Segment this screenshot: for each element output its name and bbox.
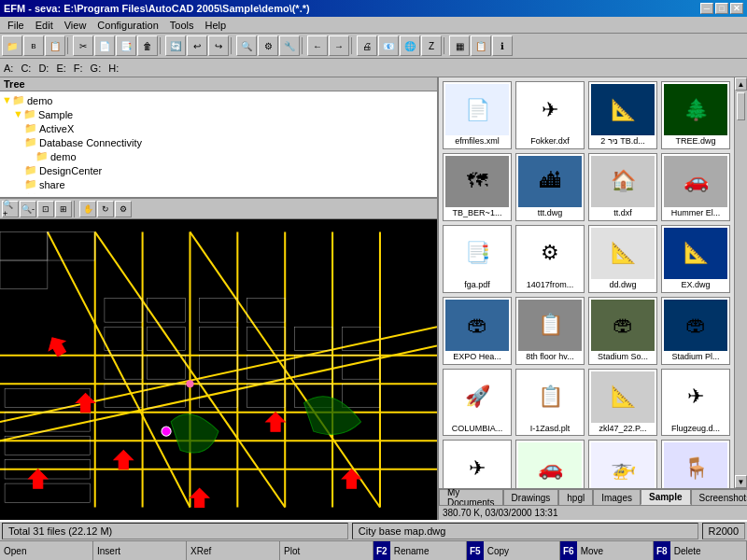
tree-item-sheetsets[interactable]: 📁 Sheet Sets bbox=[24, 191, 435, 194]
thumbnail-item-0[interactable]: 📄efmfiles.xml bbox=[443, 81, 512, 149]
fkey-label-insert[interactable]: Insert bbox=[93, 546, 124, 556]
scrollbar-right[interactable]: ▲ ▼ bbox=[734, 77, 747, 488]
fkey-label-plot[interactable]: Plot bbox=[280, 546, 303, 556]
thumbnail-preview-13: 📋 bbox=[518, 300, 582, 351]
drive-f[interactable]: F: bbox=[74, 63, 83, 74]
toolbar-btn-14[interactable]: ← bbox=[307, 35, 328, 56]
toolbar-btn-16[interactable]: 🖨 bbox=[357, 35, 377, 56]
thumbnail-grid[interactable]: 📄efmfiles.xml✈Fokker.dxf📐2 ניר TB.d...🌲T… bbox=[439, 77, 734, 488]
map-rotate[interactable]: ↻ bbox=[97, 201, 114, 217]
thumbnail-item-3[interactable]: 🌲TREE.dwg bbox=[661, 81, 730, 149]
fkey-label-xref[interactable]: XRef bbox=[187, 546, 215, 556]
toolbar-btn-10[interactable]: ↪ bbox=[208, 35, 229, 56]
drive-g[interactable]: G: bbox=[91, 63, 102, 74]
toolbar-btn-18[interactable]: 🌐 bbox=[400, 35, 420, 56]
tab-hpgl[interactable]: hpgl bbox=[558, 489, 593, 505]
thumbnail-item-5[interactable]: 🏙ttt.dwg bbox=[515, 153, 585, 221]
fkey-label-copy[interactable]: Copy bbox=[484, 546, 513, 556]
thumbnail-item-2[interactable]: 📐2 ניר TB.d... bbox=[588, 81, 657, 149]
toolbar-btn-7[interactable]: 🗑 bbox=[137, 35, 158, 56]
thumbnail-item-18[interactable]: 📐zkl47_22.P... bbox=[588, 369, 657, 437]
tree-item-activex[interactable]: 📁 ActiveX bbox=[24, 121, 435, 135]
fkey-label-delete[interactable]: Delete bbox=[670, 546, 705, 556]
thumbnail-item-15[interactable]: 🏟Stadium Pl... bbox=[661, 297, 730, 365]
fkey-label-open[interactable]: Open bbox=[0, 546, 30, 556]
tree-item-designcenter[interactable]: 📁 DesignCenter bbox=[24, 163, 435, 177]
thumbnail-item-8[interactable]: 📑fga.pdf bbox=[443, 225, 512, 293]
thumbnail-item-4[interactable]: 🗺TB_BER~1... bbox=[443, 153, 512, 221]
menu-view[interactable]: View bbox=[59, 19, 92, 32]
toolbar-btn-8[interactable]: 🔄 bbox=[165, 35, 186, 56]
toolbar-btn-1[interactable]: 📁 bbox=[2, 35, 22, 56]
toolbar-btn-20[interactable]: ▦ bbox=[449, 35, 470, 56]
toolbar-btn-2[interactable]: B bbox=[23, 35, 44, 56]
map-zoom-out[interactable]: 🔍- bbox=[20, 201, 36, 217]
map-zoom-in[interactable]: 🔍+ bbox=[2, 201, 19, 217]
tab-drawings[interactable]: Drawings bbox=[503, 489, 559, 505]
tree-item-demo-sub[interactable]: 📁 demo bbox=[35, 149, 435, 163]
scroll-thumb[interactable] bbox=[737, 92, 745, 120]
drive-d[interactable]: D: bbox=[38, 63, 49, 74]
thumbnail-item-23[interactable]: 🪑sitzgruppe.... bbox=[661, 440, 730, 488]
toolbar-btn-21[interactable]: 📋 bbox=[471, 35, 491, 56]
thumbnail-item-6[interactable]: 🏠tt.dxf bbox=[588, 153, 657, 221]
thumbnail-item-7[interactable]: 🚗Hummer El... bbox=[661, 153, 730, 221]
tree-item-demo[interactable]: ▼📁 demo bbox=[2, 93, 435, 107]
toolbar-btn-11[interactable]: 🔍 bbox=[236, 35, 257, 56]
tab-screenshots[interactable]: Screenshots bbox=[691, 489, 747, 505]
map-zoom-fit[interactable]: ⊡ bbox=[37, 201, 54, 217]
drive-a[interactable]: A: bbox=[4, 63, 13, 74]
toolbar-btn-22[interactable]: ℹ bbox=[492, 35, 513, 56]
thumbnail-item-17[interactable]: 📋I-1Zasd.plt bbox=[515, 369, 585, 437]
scroll-down-button[interactable]: ▼ bbox=[735, 475, 747, 488]
maximize-button[interactable]: □ bbox=[715, 3, 728, 14]
thumbnail-item-10[interactable]: 📐dd.dwg bbox=[588, 225, 657, 293]
thumbnail-item-21[interactable]: 🚗Car.dwg bbox=[515, 440, 585, 488]
thumbnail-item-22[interactable]: 🚁Hubschr.dwg bbox=[588, 440, 657, 488]
toolbar-btn-4[interactable]: ✂ bbox=[73, 35, 93, 56]
thumbnail-item-11[interactable]: 📐EX.dwg bbox=[661, 225, 730, 293]
toolbar-btn-13[interactable]: 🔧 bbox=[279, 35, 300, 56]
fkey-label-move[interactable]: Move bbox=[577, 546, 607, 556]
toolbar-btn-15[interactable]: → bbox=[329, 35, 349, 56]
tree-item-sample[interactable]: ▼📁 Sample bbox=[13, 107, 435, 121]
map-canvas[interactable] bbox=[0, 219, 437, 520]
fkey-label-rename[interactable]: Rename bbox=[390, 546, 433, 556]
thumbnail-item-12[interactable]: 🏟EXPO Hea... bbox=[443, 297, 512, 365]
thumbnail-item-1[interactable]: ✈Fokker.dxf bbox=[515, 81, 585, 149]
menu-tools[interactable]: Tools bbox=[164, 19, 200, 32]
drive-e[interactable]: E: bbox=[56, 63, 65, 74]
map-zoom-sel[interactable]: ⊞ bbox=[55, 201, 72, 217]
toolbar-btn-3[interactable]: 📋 bbox=[45, 35, 65, 56]
thumbnail-item-16[interactable]: 🚀COLUMBIA... bbox=[443, 369, 512, 437]
tab-images[interactable]: Images bbox=[593, 489, 641, 505]
tree-item-share[interactable]: 📁 share bbox=[24, 177, 435, 191]
toolbar-btn-6[interactable]: 📑 bbox=[116, 35, 136, 56]
svg-rect-23 bbox=[247, 299, 286, 322]
map-pan[interactable]: ✋ bbox=[79, 201, 96, 217]
toolbar-btn-5[interactable]: 📄 bbox=[94, 35, 115, 56]
tab-sample[interactable]: Sample bbox=[641, 489, 691, 505]
menu-edit[interactable]: Edit bbox=[30, 19, 59, 32]
menu-configuration[interactable]: Configuration bbox=[92, 19, 163, 32]
tab-my-documents[interactable]: My Documents bbox=[439, 489, 503, 505]
toolbar-btn-17[interactable]: 📧 bbox=[378, 35, 399, 56]
map-config[interactable]: ⚙ bbox=[115, 201, 132, 217]
toolbar-btn-12[interactable]: ⚙ bbox=[258, 35, 278, 56]
thumbnail-item-14[interactable]: 🏟Stadium So... bbox=[588, 297, 657, 365]
tree-item-dbconn[interactable]: 📁 Database Connectivity bbox=[24, 135, 435, 149]
drive-c[interactable]: C: bbox=[21, 63, 31, 74]
thumbnail-item-19[interactable]: ✈Flugzeug.d... bbox=[661, 369, 730, 437]
close-button[interactable]: ✕ bbox=[730, 3, 743, 14]
tree-content[interactable]: ▼📁 demo ▼📁 Sample 📁 ActiveX 📁 Database C… bbox=[0, 91, 437, 194]
minimize-button[interactable]: ─ bbox=[700, 3, 713, 14]
thumbnail-item-13[interactable]: 📋8th floor hv... bbox=[515, 297, 585, 365]
thumbnail-item-20[interactable]: ✈Fokker.dwg bbox=[443, 440, 512, 488]
toolbar-btn-9[interactable]: ↩ bbox=[187, 35, 207, 56]
scroll-up-button[interactable]: ▲ bbox=[735, 77, 747, 91]
thumbnail-item-9[interactable]: ⚙14017from... bbox=[515, 225, 585, 293]
menu-file[interactable]: File bbox=[2, 19, 30, 32]
menu-help[interactable]: Help bbox=[199, 19, 232, 32]
drive-h[interactable]: H: bbox=[108, 63, 119, 74]
toolbar-btn-19[interactable]: Z bbox=[421, 35, 442, 56]
